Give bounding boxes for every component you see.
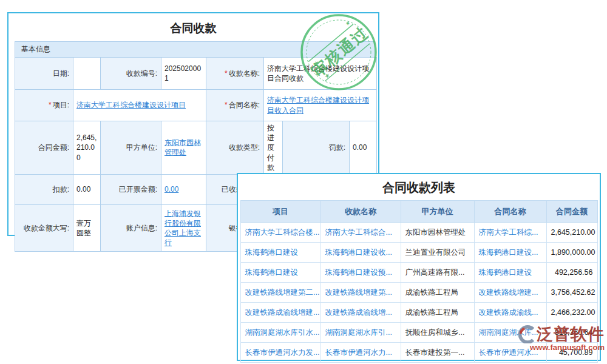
- fine-label: 罚款:: [283, 121, 350, 175]
- approval-stamp-seal-icon: 审核通过 ★ ★ ★ ★: [299, 12, 379, 92]
- deduction-label: 扣款:: [15, 174, 73, 204]
- col-header-contract-name[interactable]: 合同名称: [474, 201, 546, 223]
- list-title: 合同收款列表: [238, 174, 600, 200]
- cell-party-a: 成渝铁路工程局: [401, 303, 474, 323]
- table-row[interactable]: 改建铁路线增建第二... 改建铁路线增建第... 成渝铁路工程局 改建铁路线增建…: [240, 283, 597, 303]
- approval-stamp: 审核通过 ★ ★ ★ ★: [299, 12, 379, 92]
- required-asterisk: *: [225, 101, 228, 109]
- vendor-brand-text: 泛普软件: [537, 323, 605, 345]
- receipt-type-label: 收款类型:: [206, 121, 264, 175]
- vendor-url-text: www.fanpusoft.com: [517, 343, 606, 352]
- list-header-row: 项目 收款名称 甲方单位 合同名称 合同金额: [240, 201, 597, 223]
- invoiced-amount-link[interactable]: 0.00: [164, 185, 178, 194]
- fanpu-logo-icon: [517, 325, 535, 343]
- date-label: 日期:: [15, 58, 73, 90]
- cell-party-a: 广州高速路有限...: [401, 263, 474, 283]
- receipt-name-label: *收款名称:: [206, 58, 264, 90]
- cell-project[interactable]: 济南大学工科综合楼...: [240, 223, 320, 243]
- cell-receipt-name[interactable]: 长春市伊通河水力...: [320, 343, 401, 363]
- project-label: *项目:: [15, 90, 73, 121]
- cell-project[interactable]: 改建铁路成渝线增建...: [240, 303, 320, 323]
- party-a-field: 东阳市园林管理处: [161, 121, 206, 175]
- account-info-link[interactable]: 上海浦发银行股份有限公司上海支行: [164, 209, 201, 248]
- col-header-party-a[interactable]: 甲方单位: [401, 201, 474, 223]
- table-row[interactable]: 珠海鹤港口建设 珠海鹤港口建设收... 兰迪置业有限公司 珠海鹤港口建设... …: [240, 243, 597, 263]
- contract-name-field: 济南大学工科综合楼建设设计项目收入合同: [264, 90, 377, 121]
- table-row[interactable]: 改建铁路成渝线增建... 改建铁路成渝线增... 成渝铁路工程局 改建铁路成渝线…: [240, 303, 597, 323]
- contract-amount-field: 2,645,210.00: [73, 121, 101, 175]
- cell-project[interactable]: 珠海鹤港口建设: [240, 243, 320, 263]
- cell-project[interactable]: 长春市伊通河水力发...: [240, 343, 320, 363]
- cell-party-a: 长春市建投第一...: [401, 343, 474, 363]
- col-header-receipt-name[interactable]: 收款名称: [320, 201, 401, 223]
- cell-contract-amount: 492,256.56: [546, 263, 597, 283]
- invoiced-amount-label: 已开票金额:: [101, 174, 161, 204]
- cell-receipt-name[interactable]: 珠海鹤港口建设预...: [320, 263, 401, 283]
- required-asterisk: *: [49, 101, 52, 109]
- cell-project[interactable]: 珠海鹤港口建设: [240, 263, 320, 283]
- cell-contract-name[interactable]: 济南大学工科综...: [474, 223, 546, 243]
- cell-receipt-name[interactable]: 济南大学工科综合...: [320, 223, 401, 243]
- project-field: 济南大学工科综合楼建设设计项目: [73, 90, 206, 121]
- account-info-label: 账户信息:: [101, 204, 161, 251]
- cell-project[interactable]: 改建铁路线增建第二...: [240, 283, 320, 303]
- cell-contract-amount: 2,466,232.00: [546, 303, 597, 323]
- receipt-no-field[interactable]: 2025020001: [161, 58, 206, 90]
- party-a-link[interactable]: 东阳市园林管理处: [164, 138, 201, 157]
- cell-receipt-name[interactable]: 改建铁路成渝线增...: [320, 303, 401, 323]
- col-header-project[interactable]: 项目: [240, 201, 320, 223]
- receipt-no-label: 收款编号:: [101, 58, 161, 90]
- deduction-field[interactable]: 0.00: [73, 174, 101, 204]
- cell-contract-name[interactable]: 珠海鹤港口建设: [474, 263, 546, 283]
- invoiced-amount-field: 0.00: [161, 174, 206, 204]
- col-header-contract-amount[interactable]: 合同金额: [546, 201, 597, 223]
- contract-amount-label: 合同金额:: [15, 121, 73, 175]
- project-link[interactable]: 济南大学工科综合楼建设设计项目: [76, 101, 186, 109]
- cell-contract-amount: 2,645,210.00: [546, 223, 597, 243]
- amount-in-words-field: 壹万圆整: [73, 204, 101, 251]
- date-field[interactable]: [73, 58, 101, 90]
- contract-name-label: *合同名称:: [206, 90, 264, 121]
- contract-name-link[interactable]: 济南大学工科综合楼建设设计项目收入合同: [267, 96, 369, 114]
- form-row-2: *项目: 济南大学工科综合楼建设设计项目 *合同名称: 济南大学工科综合楼建设设…: [15, 90, 377, 121]
- cell-contract-name[interactable]: 改建铁路成渝线...: [474, 303, 546, 323]
- cell-contract-name[interactable]: 珠海鹤港口建设...: [474, 243, 546, 263]
- cell-party-a: 成渝铁路工程局: [401, 283, 474, 303]
- form-row-3: 合同金额: 2,645,210.00 甲方单位: 东阳市园林管理处 收款类型: …: [15, 121, 377, 175]
- vendor-watermark: 泛普软件 www.fanpusoft.com: [517, 323, 606, 352]
- fine-field[interactable]: 0.00: [350, 121, 377, 175]
- party-a-label: 甲方单位:: [101, 121, 161, 175]
- cell-party-a: 兰迪置业有限公司: [401, 243, 474, 263]
- cell-receipt-name[interactable]: 珠海鹤港口建设收...: [320, 243, 401, 263]
- cell-project[interactable]: 湖南洞庭湖水库引水...: [240, 323, 320, 343]
- required-asterisk: *: [225, 69, 228, 78]
- cell-party-a: 东阳市园林管理处: [401, 223, 474, 243]
- amount-in-words-label: 收款金额大写:: [15, 204, 73, 251]
- cell-receipt-name[interactable]: 湖南洞庭湖水库引...: [320, 323, 401, 343]
- cell-contract-amount: 3,756,452.62: [546, 283, 597, 303]
- table-row[interactable]: 珠海鹤港口建设 珠海鹤港口建设预... 广州高速路有限... 珠海鹤港口建设 4…: [240, 263, 597, 283]
- cell-contract-amount: 1,890,000.00: [546, 243, 597, 263]
- table-row[interactable]: 济南大学工科综合楼... 济南大学工科综合... 东阳市园林管理处 济南大学工科…: [240, 223, 597, 243]
- cell-party-a: 抚顺住房和城乡...: [401, 323, 474, 343]
- account-info-field: 上海浦发银行股份有限公司上海支行: [161, 204, 206, 251]
- receipt-type-field[interactable]: 按进度付款: [264, 121, 283, 175]
- cell-receipt-name[interactable]: 改建铁路线增建第...: [320, 283, 401, 303]
- cell-contract-name[interactable]: 改建铁路线增建...: [474, 283, 546, 303]
